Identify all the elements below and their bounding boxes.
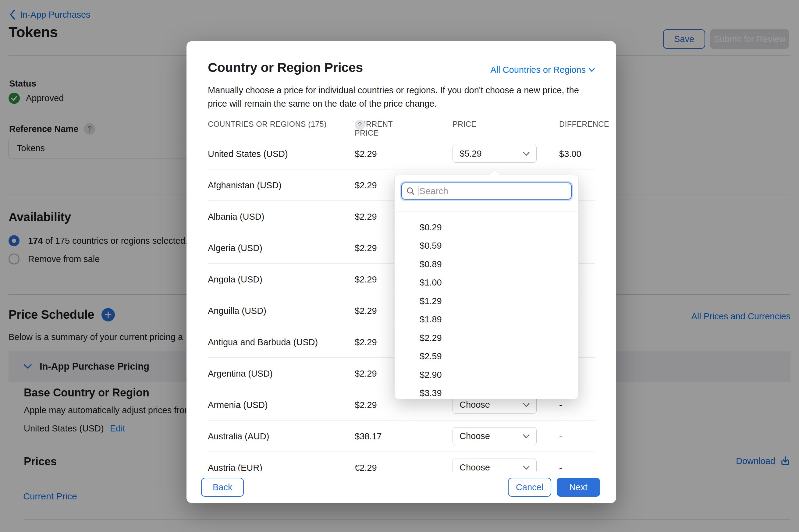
- price-search-input[interactable]: Search: [401, 183, 572, 200]
- price-select[interactable]: Choose: [453, 459, 537, 471]
- row-current-price: $38.17: [355, 432, 382, 441]
- countries-filter-dropdown[interactable]: All Countries or Regions: [490, 65, 595, 75]
- price-option[interactable]: $0.59: [395, 237, 578, 255]
- row-current-price: $2.29: [355, 337, 377, 347]
- price-picker-popover: Search $0.29 $0.59 $0.89 $1.00 $1.29 $1.…: [394, 175, 579, 399]
- row-country: Argentina (USD): [208, 369, 273, 379]
- row-country: Afghanistan (USD): [208, 180, 282, 190]
- row-country: Antigua and Barbuda (USD): [208, 337, 318, 347]
- table-header: COUNTRIES OR REGIONS (175) CURRENT PRICE…: [208, 120, 595, 132]
- price-option[interactable]: $0.89: [395, 255, 578, 273]
- countries-filter-label[interactable]: All Countries or Regions: [490, 65, 586, 75]
- table-row: Australia (AUD) $38.17 Choose -: [208, 420, 595, 452]
- help-icon[interactable]: ?: [355, 120, 365, 130]
- table-row: Austria (EUR) €2.29 Choose -: [208, 452, 595, 471]
- col-price: PRICE: [453, 120, 476, 129]
- row-current-price: $2.29: [355, 243, 377, 253]
- row-country: Algeria (USD): [208, 243, 262, 253]
- col-difference: DIFFERENCE: [559, 120, 609, 129]
- row-current-price: $2.29: [355, 212, 377, 222]
- chevron-down-icon: [523, 434, 530, 438]
- price-option[interactable]: $2.29: [395, 329, 578, 347]
- price-select[interactable]: $5.29: [453, 145, 537, 163]
- table-row: United States (USD) $2.29 $5.29 $3.00: [208, 138, 595, 169]
- price-option[interactable]: $1.29: [395, 292, 578, 310]
- price-option[interactable]: $0.29: [395, 218, 578, 237]
- price-select-value: $5.29: [459, 149, 482, 159]
- chevron-down-icon: [589, 68, 595, 72]
- price-select[interactable]: Choose: [453, 427, 537, 445]
- col-countries: COUNTRIES OR REGIONS (175): [208, 120, 327, 129]
- row-difference: $3.00: [559, 149, 582, 159]
- text-caret: [418, 186, 418, 196]
- row-current-price: $2.29: [355, 149, 377, 159]
- row-difference: -: [559, 463, 562, 471]
- next-button[interactable]: Next: [557, 478, 600, 497]
- search-placeholder: Search: [419, 186, 448, 196]
- search-icon: [406, 187, 415, 195]
- row-country: Australia (AUD): [208, 432, 269, 441]
- row-difference: -: [559, 400, 562, 410]
- row-current-price: $2.29: [355, 180, 377, 190]
- row-country: Albania (USD): [208, 212, 264, 222]
- price-option[interactable]: $2.90: [395, 366, 578, 384]
- price-select-value: Choose: [459, 431, 490, 441]
- row-current-price: $2.29: [355, 306, 377, 316]
- row-country: Angola (USD): [208, 274, 262, 285]
- price-option-list: $0.29 $0.59 $0.89 $1.00 $1.29 $1.89 $2.2…: [395, 211, 578, 399]
- row-difference: -: [559, 432, 562, 441]
- row-country: Austria (EUR): [208, 463, 262, 471]
- chevron-down-icon: [523, 466, 530, 470]
- chevron-down-icon: [523, 403, 530, 407]
- row-current-price: $2.29: [355, 274, 377, 285]
- row-country: Armenia (USD): [208, 400, 268, 410]
- cancel-button[interactable]: Cancel: [508, 478, 551, 497]
- dialog-footer: Back Cancel Next: [187, 471, 616, 503]
- price-select-value: Choose: [459, 462, 490, 471]
- row-country: Anguilla (USD): [208, 306, 266, 316]
- price-select-value: Choose: [459, 400, 490, 410]
- price-option[interactable]: $1.00: [395, 273, 578, 292]
- country-region-prices-dialog: Country or Region Prices All Countries o…: [187, 41, 616, 503]
- dialog-title: Country or Region Prices: [208, 60, 363, 75]
- chevron-down-icon: [523, 152, 530, 156]
- dialog-description: Manually choose a price for individual c…: [208, 84, 586, 110]
- price-option[interactable]: $1.89: [395, 310, 578, 329]
- row-country: United States (USD): [208, 149, 288, 159]
- price-option[interactable]: $2.59: [395, 347, 578, 366]
- row-current-price: €2.29: [355, 463, 377, 471]
- price-option[interactable]: $3.39: [395, 384, 578, 399]
- row-current-price: $2.29: [355, 369, 377, 379]
- back-button[interactable]: Back: [201, 478, 244, 497]
- row-current-price: $2.29: [355, 400, 377, 410]
